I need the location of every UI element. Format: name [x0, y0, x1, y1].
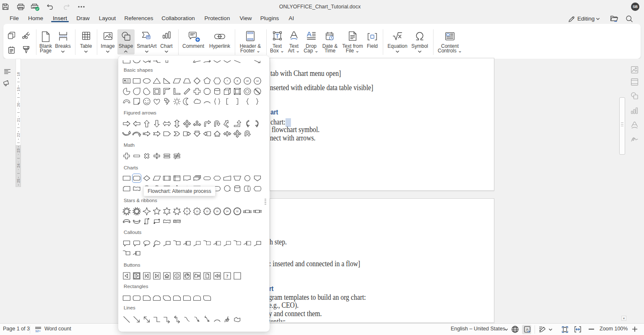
svg-text:10: 10 [196, 210, 198, 213]
svg-text:?: ? [226, 273, 229, 278]
svg-text:12: 12 [206, 210, 208, 213]
svg-text:16: 16 [216, 210, 218, 213]
svg-text:8: 8 [187, 210, 188, 213]
svg-text:32: 32 [236, 210, 239, 213]
svg-text:8: 8 [236, 80, 238, 82]
svg-text:24: 24 [226, 210, 229, 213]
svg-text:7: 7 [226, 80, 228, 82]
svg-text:10: 10 [246, 80, 249, 82]
svg-text:12: 12 [256, 80, 259, 82]
svg-text:A: A [526, 327, 528, 332]
svg-text:12: 12 [35, 329, 39, 332]
